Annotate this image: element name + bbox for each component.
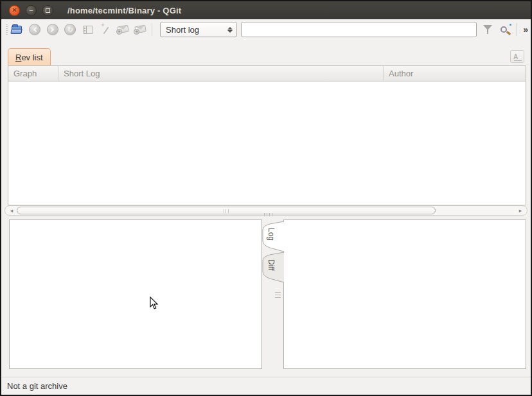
tab-diff-label[interactable]: Diff xyxy=(267,259,276,271)
font-find-icon xyxy=(513,53,521,60)
find-button[interactable] xyxy=(497,21,514,38)
tab-rev-list-mnemonic: R xyxy=(15,53,21,62)
forward-circle-icon xyxy=(47,24,58,35)
scroll-right-arrow-icon[interactable]: ▸ xyxy=(517,207,524,214)
spinner-arrows-icon xyxy=(227,27,233,33)
minimize-icon: – xyxy=(30,7,33,13)
open-repository-button[interactable] xyxy=(9,21,26,38)
column-header-author[interactable]: Author xyxy=(384,66,526,81)
tab-rev-list[interactable]: Rev list xyxy=(8,48,51,65)
revision-table[interactable]: Graph Short Log Author xyxy=(8,65,526,205)
tab-rev-list-label: ev list xyxy=(21,53,42,62)
log-message-pane[interactable] xyxy=(9,220,262,369)
qgit-window: ✕ – /home/tecmint/Binary - QGit ↻ xyxy=(0,0,532,396)
toolbar-overflow-button[interactable]: » xyxy=(520,24,531,35)
magnifier-sparkle-icon xyxy=(500,24,511,35)
magic-wand-icon xyxy=(100,24,111,35)
column-header-graph[interactable]: Graph xyxy=(8,66,58,81)
toolbar-separator xyxy=(152,23,152,36)
view-mode-value: Short log xyxy=(166,25,199,35)
funnel-icon xyxy=(483,24,492,35)
toolbar-separator-right xyxy=(516,23,517,36)
filter-button[interactable] xyxy=(479,21,496,38)
reload-circle-icon: ↻ xyxy=(64,24,76,35)
forward-button[interactable] xyxy=(44,21,61,38)
status-message: Not a git archive xyxy=(7,381,67,391)
minimize-button[interactable]: – xyxy=(26,5,37,16)
scrollbar-thumb[interactable] xyxy=(17,207,436,214)
revision-table-body[interactable] xyxy=(8,82,526,205)
mail-patch-save-icon: + xyxy=(118,26,129,33)
back-circle-icon xyxy=(29,24,40,35)
reload-button[interactable]: ↻ xyxy=(62,21,78,38)
pick-revision-button[interactable] xyxy=(98,21,114,38)
mail-patch-apply-icon: + xyxy=(135,26,146,33)
close-icon: ✕ xyxy=(12,7,17,13)
main-toolbar: ↻ + + Short log » xyxy=(1,19,531,40)
save-patch-button[interactable]: + xyxy=(115,21,132,38)
maximize-button[interactable] xyxy=(42,5,53,16)
titlebar[interactable]: ✕ – /home/tecmint/Binary - QGit xyxy=(1,1,531,19)
search-input[interactable] xyxy=(241,22,477,37)
split-view-icon xyxy=(83,26,93,34)
scrollbar-grip-icon xyxy=(224,209,229,213)
toolbar-drag-handle[interactable] xyxy=(6,24,8,35)
tab-corner-button[interactable] xyxy=(510,50,524,63)
tab-log-label[interactable]: Log xyxy=(267,228,276,241)
maximize-icon xyxy=(46,8,50,13)
window-title: /home/tecmint/Binary - QGit xyxy=(67,6,181,15)
back-button[interactable] xyxy=(26,21,43,38)
apply-patch-button[interactable]: + xyxy=(133,21,150,38)
view-mode-select[interactable]: Short log xyxy=(160,22,237,37)
revision-table-header: Graph Short Log Author xyxy=(8,66,526,82)
splitter-grip-middle[interactable] xyxy=(275,291,281,298)
close-button[interactable]: ✕ xyxy=(9,5,20,16)
scroll-left-arrow-icon[interactable]: ◂ xyxy=(8,207,15,214)
detail-pane[interactable] xyxy=(283,220,526,369)
side-tab-strip: Log Diff xyxy=(260,220,284,286)
status-bar: Not a git archive xyxy=(1,377,531,395)
toggle-view-button[interactable] xyxy=(80,21,96,38)
folder-open-icon xyxy=(12,26,22,34)
splitter-grip-top[interactable] xyxy=(264,213,272,216)
column-header-short-log[interactable]: Short Log xyxy=(58,66,384,81)
